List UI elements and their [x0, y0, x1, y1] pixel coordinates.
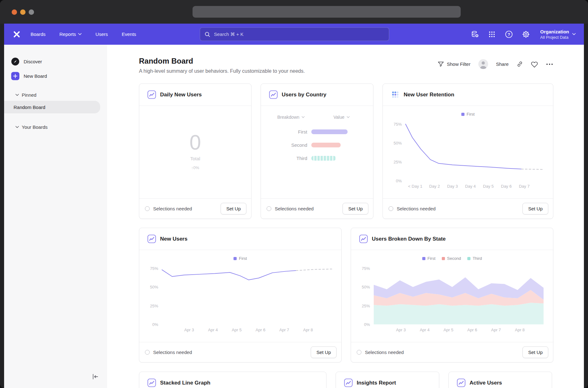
insights-chart-icon [147, 235, 156, 243]
app-body: Discover New Board Pinned Random Board Y… [4, 45, 584, 388]
svg-text:Apr 7: Apr 7 [491, 328, 501, 332]
window-zoom-button[interactable] [29, 9, 34, 15]
org-text: Organization All Project Data [540, 29, 569, 40]
page-header: Random Board A high-level summary of use… [139, 57, 584, 74]
cards-row-1: Daily New Users 0 Total ↑0% Selections n… [139, 83, 584, 219]
chart-legend: First [139, 256, 341, 261]
svg-text:?: ? [508, 32, 510, 37]
breakdown-row: Third [261, 156, 373, 161]
set-up-button[interactable]: Set Up [221, 203, 246, 214]
svg-text:Day 5: Day 5 [483, 184, 494, 189]
svg-text:Apr 4: Apr 4 [420, 328, 429, 332]
project-data-settings-icon[interactable] [471, 30, 479, 38]
legend-item: First [461, 112, 475, 117]
selection-radio[interactable] [145, 350, 150, 355]
legend-item: First [233, 256, 247, 261]
svg-text:Apr 3: Apr 3 [396, 328, 406, 332]
help-icon[interactable]: ? [505, 30, 513, 38]
window-close-button[interactable] [12, 9, 17, 15]
nav-item-events[interactable]: Events [122, 31, 136, 37]
selection-radio[interactable] [145, 206, 150, 211]
page-title: Random Board [139, 57, 305, 66]
address-bar[interactable] [193, 6, 461, 18]
apps-grid-icon[interactable] [488, 30, 496, 38]
svg-text:Apr 8: Apr 8 [515, 328, 525, 332]
metric-delta: ↑0% [191, 165, 199, 170]
retention-grid-icon [391, 90, 400, 99]
sidebar-collapse-button[interactable] [91, 373, 99, 380]
selection-radio[interactable] [357, 350, 361, 355]
avatar[interactable] [478, 59, 488, 69]
sidebar-item-label: Discover [24, 59, 42, 64]
value-dropdown[interactable]: Value [333, 115, 350, 120]
org-switcher[interactable]: Organization All Project Data [540, 29, 576, 40]
card-stacked-line-graph: Stacked Line Graph [139, 372, 326, 388]
show-filter-button[interactable]: Show Filter [438, 61, 470, 67]
card-new-users: New Users First 75%50%25%0%Apr 3Apr 4Apr… [139, 228, 342, 362]
card-body: First 75%50%25%0%< Day 1Day 2Day 3Day 4D… [383, 106, 553, 198]
set-up-button[interactable]: Set Up [343, 203, 368, 214]
card-title: Daily New Users [160, 92, 202, 98]
nav-item-users[interactable]: Users [95, 31, 108, 37]
sidebar-section-pinned[interactable]: Pinned [4, 89, 107, 101]
nav-item-label: Reports [60, 31, 76, 37]
set-up-button[interactable]: Set Up [522, 203, 548, 214]
breakdown-dropdown[interactable]: Breakdown [277, 115, 305, 120]
share-label: Share [496, 61, 509, 67]
more-options-icon[interactable] [546, 63, 553, 66]
chevron-down-icon [78, 33, 82, 35]
gear-icon[interactable] [522, 30, 530, 38]
nav-item-reports[interactable]: Reports [60, 31, 82, 37]
selection-radio[interactable] [267, 206, 271, 211]
chevron-down-icon [302, 116, 305, 118]
row-bar [311, 143, 341, 147]
legend-item: Third [467, 256, 482, 261]
search-icon [205, 31, 210, 37]
set-up-button[interactable]: Set Up [522, 346, 548, 358]
top-nav: Boards Reports Users Events [4, 24, 584, 45]
sidebar-item-discover[interactable]: Discover [4, 54, 107, 69]
svg-text:75%: 75% [394, 122, 402, 127]
sidebar-item-random-board[interactable]: Random Board [4, 101, 100, 113]
sidebar-item-new-board[interactable]: New Board [4, 69, 107, 83]
org-name: Organization [540, 29, 569, 35]
svg-text:50%: 50% [394, 141, 402, 146]
svg-text:< Day 1: < Day 1 [408, 184, 422, 189]
metric-label: Total [190, 156, 200, 161]
card-title: New Users [160, 236, 187, 242]
stacked-area-chart: 75%50%25%0%Apr 3Apr 4Apr 5Apr 6Apr 7Apr … [351, 261, 553, 342]
nav-item-label: Events [122, 31, 136, 37]
card-body: First 75%50%25%0%Apr 3Apr 4Apr 5Apr 6Apr… [139, 250, 341, 342]
svg-text:50%: 50% [150, 285, 158, 289]
nav-item-boards[interactable]: Boards [31, 31, 46, 37]
cards-row-2: New Users First 75%50%25%0%Apr 3Apr 4Apr… [139, 228, 584, 362]
share-button[interactable]: Share [496, 61, 509, 67]
search-input[interactable] [213, 31, 384, 37]
mixpanel-logo[interactable] [12, 30, 21, 39]
svg-text:Apr 6: Apr 6 [467, 328, 477, 332]
status-text: Selections needed [365, 350, 404, 355]
card-body: 0 Total ↑0% [139, 106, 251, 198]
card-header: Daily New Users [139, 84, 251, 106]
search-box[interactable] [200, 27, 389, 41]
nav-item-label: Users [95, 31, 108, 37]
svg-text:Apr 7: Apr 7 [280, 328, 289, 332]
copy-link-icon[interactable] [516, 61, 523, 67]
card-title: Users by Country [282, 92, 326, 98]
sidebar: Discover New Board Pinned Random Board Y… [4, 45, 107, 388]
chevron-down-icon [15, 94, 19, 96]
new-users-line-chart: 75%50%25%0%Apr 3Apr 4Apr 5Apr 6Apr 7Apr … [139, 261, 341, 342]
window-minimize-button[interactable] [20, 9, 26, 15]
card-active-users: Active Users [448, 372, 552, 388]
value-label: Value [333, 115, 344, 120]
nav-item-label: Boards [31, 31, 46, 37]
sidebar-section-your-boards[interactable]: Your Boards [4, 121, 107, 133]
set-up-button[interactable]: Set Up [311, 346, 337, 358]
page-subtitle: A high-level summary of user behaviors. … [139, 68, 305, 74]
cards-row-3: Stacked Line Graph Insights Report [139, 372, 584, 388]
favorite-heart-icon[interactable] [531, 61, 538, 68]
svg-text:25%: 25% [362, 304, 370, 308]
selection-radio[interactable] [389, 206, 393, 211]
card-header: Stacked Line Graph [139, 372, 326, 388]
breakdown-label: Breakdown [277, 115, 299, 120]
